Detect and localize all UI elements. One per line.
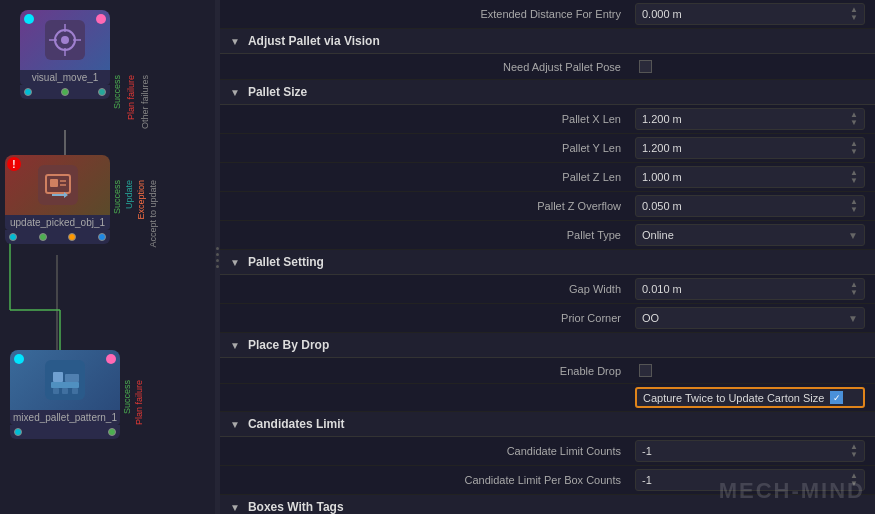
pallet-z-len-value[interactable]: 1.000 m ▲▼ xyxy=(635,166,865,188)
section-pallet-setting[interactable]: ▼ Pallet Setting xyxy=(220,250,875,275)
pallet-z-overflow-label: Pallet Z Overflow xyxy=(220,200,635,212)
label-plan-failure-3: Plan failure xyxy=(134,380,144,425)
gap-width-label: Gap Width xyxy=(220,283,635,295)
need-adjust-pose-cb-container xyxy=(635,60,865,73)
section-title-vision: Adjust Pallet via Vision xyxy=(248,34,380,48)
port-dot[interactable] xyxy=(24,88,32,96)
svg-rect-22 xyxy=(65,374,79,382)
enable-drop-cb-container xyxy=(635,364,865,377)
prior-corner-dropdown[interactable]: OO ▼ xyxy=(635,307,865,329)
label-accept-to-update-2: Accept to update xyxy=(148,180,158,248)
pallet-z-overflow-text: 0.050 m xyxy=(642,200,682,212)
extended-distance-spinner[interactable]: ▲▼ xyxy=(850,6,858,22)
port-dot[interactable] xyxy=(14,428,22,436)
enable-drop-row: Enable Drop xyxy=(220,358,875,384)
node-ports-3 xyxy=(10,425,120,439)
gap-width-text: 0.010 m xyxy=(642,283,682,295)
node-icon-pallet xyxy=(43,358,87,402)
svg-rect-14 xyxy=(50,179,58,187)
pallet-type-label: Pallet Type xyxy=(220,229,635,241)
gap-width-value[interactable]: 0.010 m ▲▼ xyxy=(635,278,865,300)
prior-corner-label: Prior Corner xyxy=(220,312,635,324)
node-mixed-pallet-pattern[interactable]: mixed_pallet_pattern_1 xyxy=(10,350,120,439)
gap-width-spinner[interactable]: ▲▼ xyxy=(850,281,858,297)
svg-rect-20 xyxy=(51,382,79,388)
enable-drop-label: Enable Drop xyxy=(220,365,635,377)
section-boxes-with-tags[interactable]: ▼ Boxes With Tags xyxy=(220,495,875,514)
prior-corner-row: Prior Corner OO ▼ xyxy=(220,304,875,333)
capture-twice-label: Capture Twice to Update Carton Size xyxy=(643,392,824,404)
label-other-failures-1: Other failures xyxy=(140,75,150,129)
pallet-y-len-spinner[interactable]: ▲▼ xyxy=(850,140,858,156)
pallet-x-len-label: Pallet X Len xyxy=(220,113,635,125)
svg-rect-23 xyxy=(53,388,59,394)
label-exception-2: Exception xyxy=(136,180,146,220)
pallet-y-len-label: Pallet Y Len xyxy=(220,142,635,154)
label-success-1: Success xyxy=(112,75,122,109)
pallet-x-len-spinner[interactable]: ▲▼ xyxy=(850,111,858,127)
enable-drop-checkbox[interactable] xyxy=(639,364,652,377)
pallet-z-overflow-spinner[interactable]: ▲▼ xyxy=(850,198,858,214)
pallet-x-len-value[interactable]: 1.200 m ▲▼ xyxy=(635,108,865,130)
pallet-y-len-row: Pallet Y Len 1.200 m ▲▼ xyxy=(220,134,875,163)
left-panel: visual_move_1 Success Plan failure Other… xyxy=(0,0,215,514)
pallet-z-overflow-value[interactable]: 0.050 m ▲▼ xyxy=(635,195,865,217)
label-update-2: Update xyxy=(124,180,134,209)
node-visual-move[interactable]: visual_move_1 xyxy=(20,10,110,99)
section-place-by-drop[interactable]: ▼ Place By Drop xyxy=(220,333,875,358)
section-candidates-limit[interactable]: ▼ Candidates Limit xyxy=(220,412,875,437)
section-title-place-by-drop: Place By Drop xyxy=(248,338,329,352)
pallet-z-len-spinner[interactable]: ▲▼ xyxy=(850,169,858,185)
port-dot[interactable] xyxy=(61,88,69,96)
node-pink-dot xyxy=(96,14,106,24)
section-pallet-size[interactable]: ▼ Pallet Size xyxy=(220,80,875,105)
section-title-candidates: Candidates Limit xyxy=(248,417,345,431)
extended-distance-value[interactable]: 0.000 m ▲▼ xyxy=(635,3,865,25)
pallet-x-len-text: 1.200 m xyxy=(642,113,682,125)
pallet-x-len-row: Pallet X Len 1.200 m ▲▼ xyxy=(220,105,875,134)
extended-distance-row: Extended Distance For Entry 0.000 m ▲▼ xyxy=(220,0,875,29)
port-dot[interactable] xyxy=(39,233,47,241)
candidate-limit-counts-spinner[interactable]: ▲▼ xyxy=(850,443,858,459)
capture-twice-highlight: Capture Twice to Update Carton Size xyxy=(635,387,865,408)
label-success-2: Success xyxy=(112,180,122,214)
pallet-y-len-value[interactable]: 1.200 m ▲▼ xyxy=(635,137,865,159)
pallet-type-text: Online xyxy=(642,229,674,241)
pallet-type-dropdown[interactable]: Online ▼ xyxy=(635,224,865,246)
section-adjust-pallet-vision[interactable]: ▼ Adjust Pallet via Vision xyxy=(220,29,875,54)
gap-width-row: Gap Width 0.010 m ▲▼ xyxy=(220,275,875,304)
port-dot[interactable] xyxy=(98,233,106,241)
pallet-z-len-text: 1.000 m xyxy=(642,171,682,183)
prior-corner-text: OO xyxy=(642,312,659,324)
section-arrow-vision: ▼ xyxy=(230,36,240,47)
need-adjust-pose-label: Need Adjust Pallet Pose xyxy=(220,61,635,73)
node-label-update: update_picked_obj_1 xyxy=(5,215,110,230)
node-pink-dot-3 xyxy=(106,354,116,364)
right-panel: Extended Distance For Entry 0.000 m ▲▼ ▼… xyxy=(220,0,875,514)
node-exclaim-icon: ! xyxy=(7,157,21,171)
need-adjust-pose-checkbox[interactable] xyxy=(639,60,652,73)
pallet-z-len-row: Pallet Z Len 1.000 m ▲▼ xyxy=(220,163,875,192)
node-update-picked-obj[interactable]: ! update_picked_obj_1 xyxy=(5,155,110,244)
candidate-limit-counts-label: Candidate Limit Counts xyxy=(220,445,635,457)
capture-twice-checkbox[interactable] xyxy=(830,391,843,404)
candidate-limit-per-box-spinner[interactable]: ▲▼ xyxy=(850,472,858,488)
svg-rect-21 xyxy=(53,372,63,382)
section-title-pallet-size: Pallet Size xyxy=(248,85,307,99)
label-success-3: Success xyxy=(122,380,132,414)
node-ports-2 xyxy=(5,230,110,244)
port-dot[interactable] xyxy=(68,233,76,241)
port-dot[interactable] xyxy=(108,428,116,436)
extended-distance-val-text: 0.000 m xyxy=(642,8,682,20)
candidate-limit-per-box-value[interactable]: -1 ▲▼ xyxy=(635,469,865,491)
port-dot[interactable] xyxy=(98,88,106,96)
pallet-z-len-label: Pallet Z Len xyxy=(220,171,635,183)
svg-rect-25 xyxy=(72,388,78,394)
candidate-limit-counts-text: -1 xyxy=(642,445,652,457)
node-ports-1 xyxy=(20,85,110,99)
node-label-pallet: mixed_pallet_pattern_1 xyxy=(10,410,120,425)
candidate-limit-counts-value[interactable]: -1 ▲▼ xyxy=(635,440,865,462)
node-icon-update xyxy=(36,163,80,207)
port-dot[interactable] xyxy=(9,233,17,241)
pallet-type-row: Pallet Type Online ▼ xyxy=(220,221,875,250)
